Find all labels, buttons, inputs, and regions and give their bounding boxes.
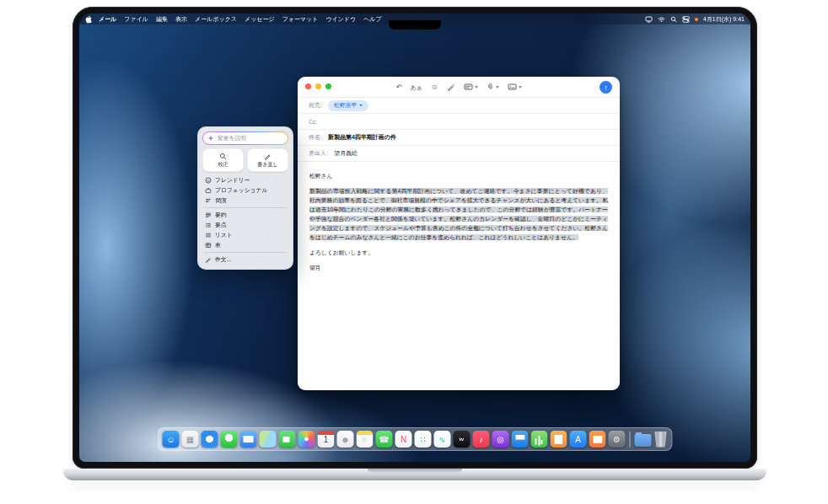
dock-podcasts-icon[interactable]: ◎	[492, 431, 509, 448]
compose-pencil-icon	[205, 256, 212, 263]
dock-reminders-icon[interactable]: ∷	[415, 431, 432, 448]
search-icon[interactable]	[670, 16, 677, 23]
dock-downloads-icon[interactable]	[635, 434, 652, 447]
app-menus: メールファイル編集表示メールボックスメッセージフォーマットウインドウヘルプ	[99, 15, 382, 24]
menubar-menu-5[interactable]: メールボックス	[195, 15, 237, 24]
dock-photos-icon[interactable]	[298, 431, 315, 448]
minimize-button[interactable]	[315, 83, 321, 89]
menubar-menu-3[interactable]: 編集	[156, 15, 168, 24]
dock-freeform-icon[interactable]: ∿	[434, 431, 451, 448]
traffic-lights	[305, 83, 331, 89]
dock-maps-icon[interactable]	[260, 431, 277, 448]
macbook: メールファイル編集表示メールボックスメッセージフォーマットウインドウヘルプ	[73, 7, 757, 469]
dock-tv-icon[interactable]: tv	[454, 431, 470, 448]
subject-field-row[interactable]: 件名: 新製品第4四半期計画の件	[298, 130, 620, 146]
apple-menu-icon[interactable]	[85, 15, 92, 24]
dock-keynote-icon[interactable]	[512, 431, 529, 448]
option-concise[interactable]: 簡潔	[202, 196, 288, 206]
to-field-row[interactable]: 宛先: 松野浩平	[298, 98, 620, 114]
dock-numbers-icon[interactable]	[531, 431, 548, 448]
subject-value: 新製品第4四半期計画の件	[328, 133, 396, 142]
dock-notes-icon[interactable]: ≡	[357, 431, 374, 448]
dock-finder-icon[interactable]: ☺	[163, 431, 180, 448]
dock-news-icon[interactable]: N	[395, 431, 412, 448]
option-table[interactable]: 表	[202, 240, 288, 250]
dock-phone-icon[interactable]: ☎	[376, 431, 393, 448]
recipient-chip[interactable]: 松野浩平	[328, 100, 368, 111]
display-icon[interactable]	[645, 16, 653, 23]
media-browser-button[interactable]	[508, 83, 522, 91]
key-points-icon	[205, 222, 212, 228]
dock-launchpad-icon[interactable]: ▦	[182, 431, 199, 448]
dock-pages-icon[interactable]	[551, 431, 567, 448]
menubar-menu-8[interactable]: ウインドウ	[325, 15, 356, 24]
rewrite-button[interactable]: 書き直し	[247, 148, 288, 172]
menubar-menu-2[interactable]: ファイル	[124, 15, 148, 24]
dock-appstore-icon[interactable]: A	[570, 431, 587, 448]
describe-change-input[interactable]: 変更を説明	[203, 132, 288, 144]
describe-change-field-ring: 変更を説明	[202, 131, 288, 145]
menubar-clock[interactable]: 4月1日(水) 9:41	[703, 15, 745, 24]
control-center-icon[interactable]	[682, 16, 690, 23]
desktop-screen: メールファイル編集表示メールボックスメッセージフォーマットウインドウヘルプ	[79, 13, 750, 462]
header-fields-button[interactable]	[464, 83, 478, 91]
option-friendly[interactable]: フレンドリー	[202, 175, 288, 185]
emoji-button[interactable]: ☺	[431, 83, 438, 91]
body-greeting: 松野さん	[309, 171, 608, 180]
dock-music-icon[interactable]: ♪	[473, 431, 490, 448]
zoom-button[interactable]	[325, 83, 331, 89]
dock-safari-icon[interactable]	[202, 431, 218, 448]
proofread-button[interactable]: 校正	[202, 148, 244, 172]
body-signature: 望月	[309, 263, 608, 272]
briefcase-icon	[205, 187, 212, 194]
rewrite-label: 書き直し	[257, 161, 277, 169]
message-body[interactable]: 松野さん 新製品の市場投入戦略に関する第4四半期計画について、改めてご連絡です。…	[298, 162, 620, 287]
dock-separator	[630, 432, 631, 448]
option-professional[interactable]: プロフェッショナル	[202, 185, 288, 196]
format-button[interactable]: あぁ	[411, 84, 422, 90]
cc-field-row[interactable]: Cc:	[298, 114, 620, 130]
window-titlebar[interactable]: ↶ あぁ ☺	[298, 77, 620, 98]
option-key-points[interactable]: 要点	[202, 220, 288, 230]
dock-books-icon[interactable]	[589, 431, 606, 448]
wifi-icon[interactable]	[658, 16, 665, 23]
compose-toolbar: ↶ あぁ ☺	[395, 83, 521, 91]
writing-tools-panel: 変更を説明 校正 書き直し	[197, 126, 293, 270]
option-summary[interactable]: 要約	[202, 210, 288, 220]
camera-notch	[389, 20, 441, 29]
dock-settings-icon[interactable]: ⚙	[609, 431, 626, 448]
undo-button[interactable]: ↶	[395, 83, 401, 91]
sparkle-icon	[207, 135, 214, 142]
close-button[interactable]	[305, 83, 311, 89]
mic-indicator-icon	[695, 18, 698, 21]
attach-button[interactable]	[487, 83, 499, 91]
laptop-base	[63, 469, 766, 480]
menubar-menu-9[interactable]: ヘルプ	[363, 15, 382, 24]
header-fields-icon	[464, 83, 473, 91]
dock-calendar-icon[interactable]: 1	[318, 431, 335, 448]
menubar-menu-1[interactable]: メール	[99, 15, 116, 24]
menubar-menu-4[interactable]: 表示	[175, 15, 187, 24]
list-icon	[205, 232, 212, 239]
menubar-menu-7[interactable]: フォーマット	[282, 15, 319, 24]
concise-lines-icon	[205, 197, 212, 204]
photo-icon	[508, 83, 517, 91]
option-label: 簡潔	[215, 196, 227, 205]
from-field-row[interactable]: 差出人: 望月義絵	[298, 146, 620, 162]
option-compose[interactable]: 作文...	[202, 255, 288, 265]
dock-contacts-icon[interactable]: ☻	[337, 431, 354, 448]
body-paragraph: 新製品の市場投入戦略に関する第4四半期計画について、改めてご連絡です。今まさに事…	[309, 186, 608, 242]
option-list[interactable]: リスト	[202, 230, 288, 240]
dock-facetime-icon[interactable]	[279, 431, 296, 448]
photo-background: メールファイル編集表示メールボックスメッセージフォーマットウインドウヘルプ	[0, 0, 828, 504]
dock-trash-icon[interactable]	[654, 432, 668, 448]
send-button[interactable]: ↑	[599, 81, 612, 94]
proofread-icon	[219, 153, 227, 160]
dock-messages-icon[interactable]	[221, 431, 238, 448]
menubar-menu-6[interactable]: メッセージ	[245, 15, 275, 24]
writing-tools-icon	[447, 83, 455, 91]
dock-mail-icon[interactable]	[240, 431, 257, 448]
from-value: 望月義絵	[334, 149, 358, 158]
summary-icon	[205, 212, 212, 218]
writing-tools-button[interactable]	[447, 83, 455, 91]
